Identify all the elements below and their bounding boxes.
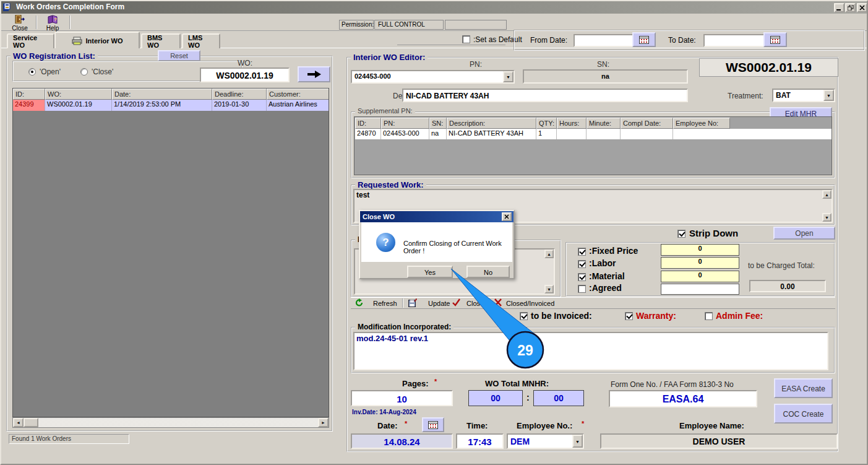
labor-checkbox[interactable] [578,260,586,268]
fixed-price-field[interactable]: 0 [661,244,739,256]
treatment-combobox[interactable]: BAT ▼ [772,89,835,102]
radio-open[interactable] [28,68,36,76]
reset-button[interactable]: Reset [158,50,200,61]
window-title: Work Orders Completion Form [16,2,124,11]
pages-label: Pages: [402,379,429,388]
requested-scroll-up[interactable]: ▲ [822,190,831,199]
findings-scroll-down[interactable]: ▼ [544,285,554,293]
minimize-button[interactable] [834,3,844,12]
agreed-checkbox[interactable] [578,285,586,293]
tab-bms-wo[interactable]: BMS WO [141,33,181,48]
col-header-date[interactable]: Date: [112,89,212,100]
supp-cell-pn: 024453-000 [381,129,429,139]
col-header-wo[interactable]: WO: [45,89,112,100]
pn-dropdown-button[interactable]: ▼ [503,71,513,82]
coc-create-button[interactable]: COC Create [774,404,833,424]
help-button[interactable]: ? Help [38,14,67,30]
dropdown-icon: ▼ [827,93,831,98]
material-label: :Material [589,271,625,281]
check-icon [452,298,461,306]
title-bar: Work Orders Completion Form [1,1,868,14]
form-one-value: EASA.64 [663,394,704,404]
supp-col-minute[interactable]: Minute: [587,118,621,129]
scroll-thumb[interactable] [24,418,38,427]
date-calendar-button[interactable] [422,417,444,432]
tab-interior-wo[interactable]: Interior WO [54,32,140,48]
dialog-close-button[interactable] [502,212,512,221]
dialog-close-icon [504,214,509,219]
scroll-left-button[interactable]: ◄ [13,418,24,427]
dialog-yes-button[interactable]: Yes [407,266,453,278]
material-field[interactable]: 0 [661,271,739,282]
supp-col-compl[interactable]: Compl Date: [621,118,673,129]
form-one-field[interactable]: EASA.64 [609,390,757,407]
open-button[interactable]: Open [773,227,835,240]
labor-field[interactable]: 0 [661,257,739,269]
cell-wo: WS0002.01.19 [45,100,112,111]
calendar-icon [770,35,780,44]
agreed-field[interactable] [661,284,739,295]
strip-down-checkbox[interactable] [677,230,685,238]
radio-close[interactable] [80,68,88,76]
go-arrow-button[interactable] [298,66,330,82]
supp-col-desc[interactable]: Description: [447,118,536,129]
scroll-up-icon: ▲ [825,193,829,197]
col-header-deadline[interactable]: Deadline: [212,89,267,100]
material-checkbox[interactable] [578,273,586,281]
refresh-button[interactable]: Refresh [373,300,397,307]
app-window: Work Orders Completion Form Close ? Help… [0,0,868,465]
restore-button[interactable] [845,3,856,12]
tab-service-wo[interactable]: Service WO [7,33,54,48]
supp-row[interactable]: 24870 024453-000 na NI-CAD BATTERY 43AH … [355,129,831,139]
supp-col-qty[interactable]: QTY: [536,118,557,129]
col-header-id[interactable]: ID: [13,89,45,100]
admin-fee-label: Admin Fee: [716,311,763,321]
treatment-dropdown-button[interactable]: ▼ [823,90,834,101]
supp-col-id[interactable]: ID: [355,118,381,129]
fixed-price-checkbox[interactable] [578,248,586,256]
supp-cell-sn: na [429,129,447,139]
supp-cell-empno [673,129,730,139]
tab-lms-wo[interactable]: LMS WO [182,33,220,48]
cell-customer: Austrian Airlines [267,100,329,111]
supp-col-hours[interactable]: Hours: [557,118,587,129]
findings-scroll-up[interactable]: ▲ [544,250,554,258]
employee-no-combobox[interactable]: DEM ▼ [507,433,584,449]
time-field[interactable]: 17:43 [456,433,504,449]
pages-field[interactable]: 10 [351,390,453,406]
supp-col-pn[interactable]: PN: [381,118,429,129]
admin-fee-checkbox[interactable] [705,312,713,320]
employee-name-label: Employee Name: [679,421,744,430]
update-button[interactable]: Update [428,300,450,307]
dialog-no-button[interactable]: No [466,266,510,278]
dialog-title-bar[interactable]: Close WO [360,211,513,222]
wo-table-row[interactable]: 24399 WS0002.01.19 1/14/2019 2:53:00 PM … [13,100,329,111]
supp-col-empno[interactable]: Employee No: [673,118,730,129]
closed-invoiced-button[interactable]: Closed/Invoiced [506,300,554,307]
to-date-calendar-button[interactable] [763,32,787,47]
close-wo-button[interactable]: Close [466,300,484,307]
mnhr-hours-field[interactable]: 00 [468,390,523,406]
from-date-calendar-button[interactable] [632,32,656,47]
date-field[interactable]: 14.08.24 [351,433,453,449]
to-be-invoiced-checkbox[interactable] [520,312,528,320]
col-header-customer[interactable]: Customer: [267,89,329,100]
dropdown-icon: ▼ [506,75,510,79]
mnhr-minutes-field[interactable]: 00 [533,390,584,406]
close-form-button[interactable]: Close [5,14,35,30]
wo-field[interactable]: WS0002.01.19 [200,67,290,82]
set-as-default-checkbox[interactable] [462,35,470,43]
easa-create-button[interactable]: EASA Create [774,378,833,398]
description-field[interactable]: NI-CAD BATTERY 43AH [402,89,688,102]
requested-scroll-down[interactable]: ▼ [822,213,831,222]
scroll-right-button[interactable]: ► [318,418,329,427]
warranty-checkbox[interactable] [625,312,633,320]
sn-field[interactable]: na [523,69,688,84]
employee-no-dropdown-button[interactable]: ▼ [572,435,583,448]
supp-col-sn[interactable]: SN: [429,118,447,129]
tab-service-wo-label: Service WO [13,34,48,49]
close-window-button[interactable] [857,3,867,12]
modification-textarea[interactable]: mod.24-45-01 rev.1 [353,332,828,370]
wo-list-hscrollbar[interactable]: ◄ ► [12,417,329,428]
pn-combobox[interactable]: 024453-000 ▼ [351,70,515,84]
